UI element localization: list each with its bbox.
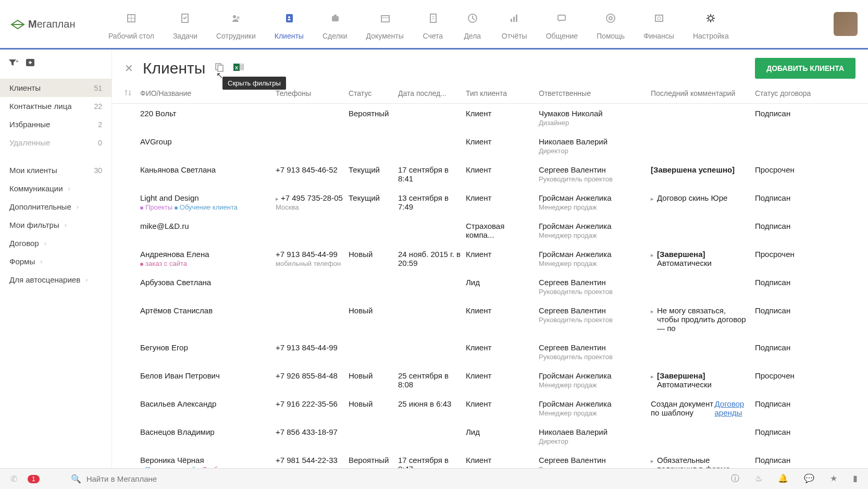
table-row[interactable]: mike@L&D.ruСтраховая компа...Гройсман Ан… xyxy=(112,216,868,244)
star-icon[interactable]: ★ xyxy=(830,473,837,484)
nav-icon xyxy=(700,8,721,29)
nav-label: Сотрудники xyxy=(216,32,256,40)
expand-icon[interactable]: ▸ xyxy=(651,458,654,464)
table-row[interactable]: Вероника ЧёрнаяПотенциальный Требует вни… xyxy=(112,450,868,468)
add-list-icon[interactable] xyxy=(26,59,35,69)
nav-Счета[interactable]: Счета xyxy=(413,3,453,45)
chat-icon[interactable]: 💬 xyxy=(804,473,814,484)
cell-resp: Чумаков НиколайДизайнер xyxy=(539,109,651,127)
sidebar-group[interactable]: Мои фильтры› xyxy=(0,216,111,234)
cell-contract: Подписан xyxy=(755,399,828,408)
table-row[interactable]: Андреянова Еленазаказ с сайта+7 913 845-… xyxy=(112,244,868,273)
sort-icon[interactable] xyxy=(125,89,140,98)
nav-Настройка[interactable]: Настройка xyxy=(684,3,738,45)
table-row[interactable]: Light and DesignПроекты Обучение клиента… xyxy=(112,188,868,216)
sidebar-mine[interactable]: Мои клиенты30 xyxy=(0,161,111,179)
nav-Сделки[interactable]: Сделки xyxy=(313,3,357,45)
flag-icon[interactable]: ▮ xyxy=(853,473,858,484)
cell-status: Текущий xyxy=(349,165,398,174)
sidebar-group[interactable]: Формы› xyxy=(0,252,111,271)
add-client-button[interactable]: ДОБАВИТЬ КЛИЕНТА xyxy=(755,58,855,79)
nav-Сотрудники[interactable]: Сотрудники xyxy=(207,3,265,45)
nav-icon xyxy=(551,8,572,29)
table-row[interactable]: Артёмов СтаниславНовыйКлиентСергеев Вале… xyxy=(112,301,868,338)
col-status[interactable]: Статус xyxy=(349,89,398,98)
cell-name: 220 Вольт xyxy=(140,109,276,118)
cell-resp: Гройсман АнжеликаМенеджер продаж xyxy=(539,193,651,211)
nav-icon xyxy=(375,8,395,29)
nav-label: Сделки xyxy=(323,32,348,40)
expand-icon[interactable]: ▸ xyxy=(651,308,654,315)
svg-point-5 xyxy=(237,16,240,19)
cell-phone: +7 913 845-44-99мобильный телефон xyxy=(276,250,349,267)
logo[interactable]: Мегаплан xyxy=(10,18,99,30)
cell-contract: Подписан xyxy=(755,109,828,118)
expand-icon[interactable]: ▸ xyxy=(651,373,654,380)
table-row[interactable]: Васильев Александр+7 916 222-35-56Новый2… xyxy=(112,394,868,422)
notification-badge[interactable]: 1 xyxy=(28,475,40,483)
hide-filters-icon[interactable]: ✕ xyxy=(125,62,133,75)
nav-label: Счета xyxy=(423,32,443,40)
sidebar-group[interactable]: Для автосценариев› xyxy=(0,271,111,289)
excel-export-icon[interactable]: X xyxy=(233,63,244,74)
sidebar-count: 2 xyxy=(98,120,102,129)
col-comment[interactable]: Последний комментарий xyxy=(651,89,755,98)
expand-icon[interactable]: ▸ xyxy=(651,195,654,202)
phone-icon[interactable]: ✆ xyxy=(10,474,17,484)
nav-Рабочий стол[interactable]: Рабочий стол xyxy=(99,3,164,45)
col-name[interactable]: ФИО/Название xyxy=(140,89,276,98)
nav-Помощь[interactable]: Помощь xyxy=(587,3,634,45)
cell-name: AVGroup xyxy=(140,137,276,146)
cell-date: 17 сентября в 8:41 xyxy=(398,165,466,183)
fire-icon[interactable]: ♨ xyxy=(755,473,762,484)
sidebar-group[interactable]: Дополнительные› xyxy=(0,198,111,216)
user-avatar[interactable] xyxy=(834,12,858,36)
sidebar-group[interactable]: Договор› xyxy=(0,234,111,252)
table-row[interactable]: Васнецов Владимир+7 856 433-18-97ЛидНико… xyxy=(112,422,868,450)
cell-contract: Подписан xyxy=(755,306,828,315)
cell-name: Васнецов Владимир xyxy=(140,427,276,436)
cell-phone: +7 926 855-84-48 xyxy=(276,371,349,380)
nav-Документы[interactable]: Документы xyxy=(357,3,413,45)
svg-text:X: X xyxy=(235,65,238,70)
table-row[interactable]: Бегунов Егор+7 913 845-44-99КлиентСергее… xyxy=(112,338,868,366)
sidebar-item[interactable]: Удаленные0 xyxy=(0,133,111,152)
expand-icon[interactable]: ▸ xyxy=(651,252,654,259)
table-row[interactable]: Каньянова Светлана+7 913 845-46-52Текущи… xyxy=(112,160,868,188)
col-type[interactable]: Тип клиента xyxy=(466,89,539,98)
svg-point-19 xyxy=(606,14,615,22)
cell-name: Артёмов Станислав xyxy=(140,306,276,315)
filter-add-icon[interactable]: + xyxy=(8,59,19,69)
expand-icon[interactable]: ▸ xyxy=(276,195,279,202)
table-row[interactable]: Арбузова СветланаЛидСергеев ВалентинРуко… xyxy=(112,273,868,301)
nav-Клиенты[interactable]: Клиенты xyxy=(265,3,313,45)
footer-bar: ✆ 1 🔍 ⓘ ♨ 🔔 💬 ★ ▮ xyxy=(0,468,868,489)
global-search-input[interactable] xyxy=(86,474,243,483)
table-row[interactable]: 220 ВольтВероятныйКлиентЧумаков НиколайД… xyxy=(112,104,868,132)
cell-contract: Просрочен xyxy=(755,250,828,259)
nav-Отчёты[interactable]: Отчёты xyxy=(492,3,537,45)
bell-icon[interactable]: 🔔 xyxy=(778,473,788,484)
nav-Финансы[interactable]: Финансы xyxy=(634,3,684,45)
nav-icon xyxy=(325,8,345,29)
cell-contract: Подписан xyxy=(755,456,828,464)
col-resp[interactable]: Ответственные xyxy=(539,89,651,98)
sidebar-item[interactable]: Избранные2 xyxy=(0,115,111,133)
cell-phone: +7 916 222-35-56 xyxy=(276,399,349,408)
sidebar-group[interactable]: Коммуникации› xyxy=(0,179,111,198)
cell-status: Вероятный xyxy=(349,109,398,118)
col-date[interactable]: Дата послед... xyxy=(398,89,466,98)
svg-point-4 xyxy=(233,15,236,18)
sidebar-item[interactable]: Контактные лица22 xyxy=(0,97,111,115)
sidebar-item[interactable]: Клиенты51 xyxy=(0,79,111,97)
nav-Дела[interactable]: Дела xyxy=(453,3,492,45)
alert-icon[interactable]: ⓘ xyxy=(731,473,739,484)
nav-Общение[interactable]: Общение xyxy=(537,3,587,45)
sidebar-group-label: Для автосценариев xyxy=(9,275,80,284)
table-row[interactable]: Белов Иван Петрович+7 926 855-84-48Новый… xyxy=(112,366,868,394)
svg-rect-15 xyxy=(511,19,512,22)
col-phone[interactable]: Телефоны xyxy=(276,89,349,98)
col-contract[interactable]: Статус договора xyxy=(755,89,828,98)
table-row[interactable]: AVGroupКлиентНиколаев ВалерийДиректор xyxy=(112,132,868,160)
nav-Задачи[interactable]: Задачи xyxy=(164,3,207,45)
